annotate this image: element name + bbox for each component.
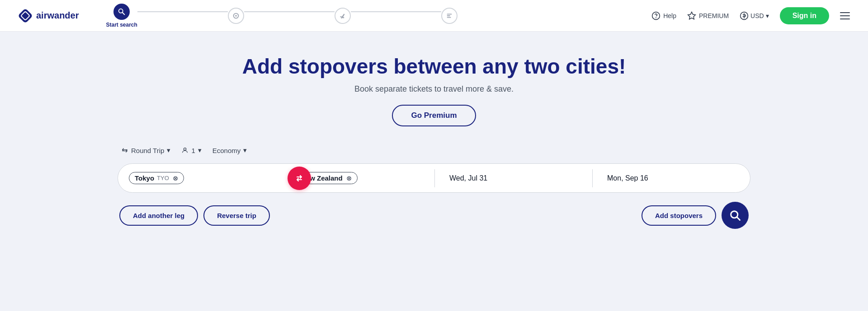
trip-options-row: Round Trip ▾ 1 ▾ Economy ▾ (118, 144, 750, 156)
svg-point-5 (235, 15, 237, 17)
action-left: Add another leg Reverse trip (119, 205, 270, 226)
passengers-label: 1 (191, 147, 195, 154)
origin-field[interactable]: Tokyo TYO ⊗ (118, 164, 268, 192)
action-row: Add another leg Reverse trip Add stopove… (118, 202, 750, 229)
help-link[interactable]: Help (651, 11, 676, 20)
search-controls: Round Trip ▾ 1 ▾ Economy ▾ Tokyo (118, 144, 750, 229)
search-icon (729, 209, 741, 222)
step-search-label: Start search (106, 22, 137, 28)
step-line-2 (244, 11, 335, 12)
menu-line-1 (840, 12, 850, 13)
search-button[interactable] (722, 202, 749, 229)
svg-rect-8 (447, 17, 451, 18)
origin-city: Tokyo (135, 174, 154, 182)
origin-remove-icon[interactable]: ⊗ (173, 175, 178, 182)
menu-button[interactable] (840, 12, 850, 19)
results-step-icon (445, 12, 453, 20)
step-stops-circle[interactable] (228, 8, 244, 24)
swap-icon (294, 173, 305, 184)
return-date: Mon, Sep 16 (607, 174, 648, 182)
star-icon (687, 11, 696, 20)
destination-remove-icon[interactable]: ⊗ (346, 175, 352, 182)
hero-section: Add stopovers between any two cities! Bo… (18, 54, 850, 126)
currency-selector[interactable]: USD ▾ (740, 11, 769, 20)
trip-type-selector[interactable]: Round Trip ▾ (118, 144, 174, 156)
cabin-label: Economy (212, 147, 241, 154)
swap-button[interactable] (288, 167, 311, 190)
step-line-3 (351, 11, 441, 12)
svg-line-3 (123, 12, 125, 14)
origin-tag: Tokyo TYO ⊗ (129, 172, 184, 184)
premium-label: PREMIUM (699, 12, 729, 19)
step-results-circle[interactable] (441, 8, 458, 24)
main-header: airwander Start search (0, 0, 868, 32)
stops-step-icon (232, 12, 240, 20)
logo-icon (18, 9, 33, 23)
help-icon (651, 11, 660, 20)
currency-icon (740, 11, 749, 20)
hero-subtitle: Book separate tickets to travel more & s… (18, 84, 850, 94)
step-stops (228, 8, 244, 24)
step-results (441, 8, 458, 24)
svg-marker-11 (688, 12, 696, 19)
hero-title: Add stopovers between any two cities! (18, 54, 850, 79)
step-flight (335, 8, 351, 24)
step-search: Start search (106, 4, 137, 28)
search-step-icon (118, 8, 126, 16)
logo-link[interactable]: airwander (18, 9, 79, 23)
menu-line-2 (840, 15, 850, 16)
premium-link[interactable]: PREMIUM (687, 11, 729, 20)
nav-right: Help PREMIUM USD ▾ Sign in (651, 7, 850, 24)
progress-steps: Start search (106, 4, 651, 28)
passenger-icon (181, 147, 189, 154)
add-stopovers-button[interactable]: Add stopovers (642, 205, 716, 226)
svg-rect-0 (18, 9, 33, 23)
reverse-trip-button[interactable]: Reverse trip (203, 205, 270, 226)
logo-text: airwander (36, 10, 79, 21)
passengers-chevron: ▾ (198, 146, 202, 154)
help-label: Help (663, 12, 676, 19)
depart-date-field[interactable]: Wed, Jul 31 (435, 166, 592, 190)
currency-chevron: ▾ (766, 12, 769, 19)
search-row: Tokyo TYO ⊗ New Zealand ⊗ Wed, Jul 31 (118, 163, 750, 193)
return-date-field[interactable]: Mon, Sep 16 (593, 166, 750, 190)
svg-point-13 (184, 148, 186, 150)
add-leg-button[interactable]: Add another leg (119, 205, 198, 226)
go-premium-button[interactable]: Go Premium (392, 105, 476, 126)
svg-rect-7 (447, 15, 450, 16)
flight-step-icon (339, 12, 347, 20)
svg-line-15 (737, 217, 740, 220)
origin-code: TYO (157, 175, 169, 181)
action-right: Add stopovers (642, 202, 749, 229)
menu-line-3 (840, 19, 850, 19)
signin-button[interactable]: Sign in (780, 7, 829, 24)
cabin-chevron: ▾ (243, 146, 247, 154)
depart-date: Wed, Jul 31 (449, 174, 487, 182)
currency-label: USD (750, 12, 764, 19)
cabin-selector[interactable]: Economy ▾ (209, 144, 251, 156)
trip-type-chevron: ▾ (167, 146, 170, 154)
svg-rect-6 (447, 14, 452, 14)
main-content: Add stopovers between any two cities! Bo… (0, 32, 868, 311)
step-search-circle[interactable] (113, 4, 130, 20)
step-flight-circle[interactable] (335, 8, 351, 24)
round-trip-icon (121, 147, 128, 154)
passengers-selector[interactable]: 1 ▾ (178, 144, 205, 156)
trip-type-label: Round Trip (131, 147, 164, 154)
step-line-1 (137, 11, 228, 12)
